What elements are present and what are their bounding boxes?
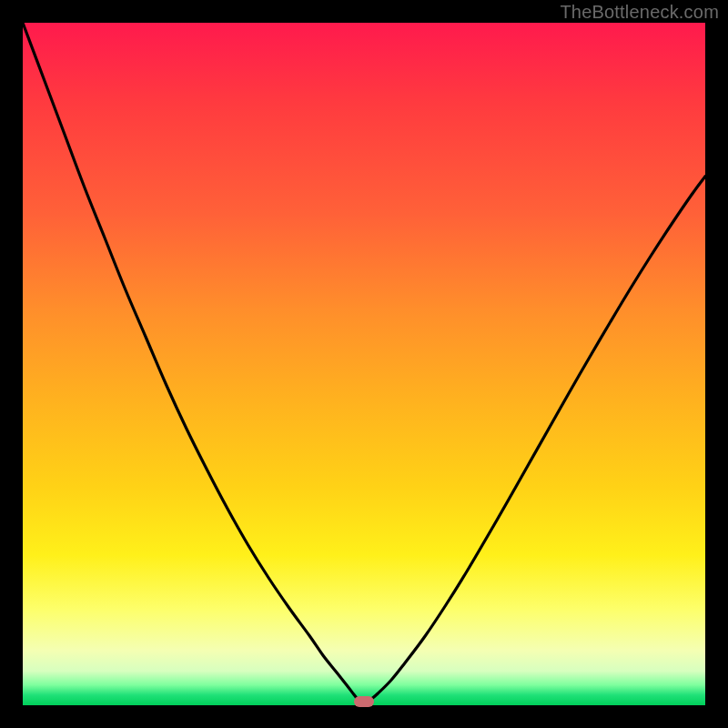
plot-area (23, 23, 705, 705)
watermark-text: TheBottleneck.com (560, 2, 719, 23)
chart-frame: TheBottleneck.com (0, 0, 728, 728)
curve-right-branch (369, 177, 705, 701)
minimum-marker (354, 696, 374, 707)
curve-left-branch (23, 23, 359, 701)
bottleneck-curve (23, 23, 705, 705)
